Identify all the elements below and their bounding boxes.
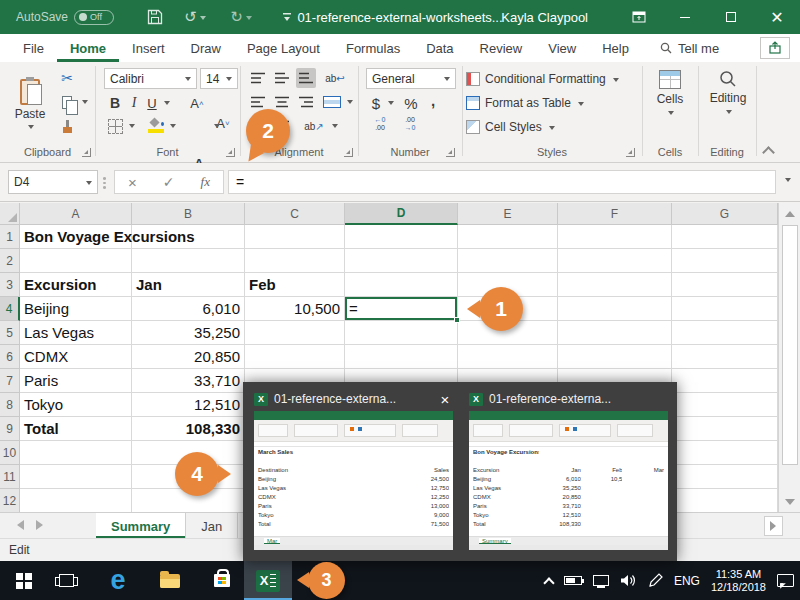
cut-button[interactable]: ✂ xyxy=(56,68,78,88)
row-header-3[interactable]: 3 xyxy=(0,273,20,297)
cell-C4[interactable]: 10,500 xyxy=(245,297,345,321)
increase-font-button[interactable]: A˄ xyxy=(186,93,208,113)
autosave-toggle[interactable]: AutoSave Off xyxy=(16,0,114,34)
cell-A12[interactable] xyxy=(20,489,132,512)
minimize-button[interactable] xyxy=(662,0,708,34)
merge-center-dropdown-icon[interactable] xyxy=(347,100,353,107)
task-view-button[interactable] xyxy=(52,561,80,600)
sheet-tab-jan[interactable]: Jan xyxy=(186,513,238,539)
next-sheet-button[interactable] xyxy=(36,520,48,530)
format-painter-button[interactable] xyxy=(56,116,78,136)
undo-button[interactable]: ↺ xyxy=(182,0,208,34)
accounting-format-button[interactable]: $ xyxy=(368,93,384,113)
cell-G7[interactable] xyxy=(672,369,778,393)
horizontal-scroll-right-button[interactable] xyxy=(764,516,783,536)
pen-icon[interactable] xyxy=(648,573,663,588)
row-header-1[interactable]: 1 xyxy=(0,225,20,249)
window-thumbnail[interactable]: March SalesDestinationSalesBeijing24,500… xyxy=(254,411,453,550)
fill-color-dropdown-icon[interactable] xyxy=(170,124,176,131)
preview-card-1[interactable]: X01-reference-externa...×March SalesDest… xyxy=(247,382,460,561)
name-box[interactable]: D4 xyxy=(8,170,98,194)
alignment-dialog-launcher[interactable] xyxy=(344,148,353,157)
tab-data[interactable]: Data xyxy=(413,34,466,62)
column-header-G[interactable]: G xyxy=(672,203,778,225)
ribbon-display-options-button[interactable] xyxy=(616,0,662,34)
cell-A3[interactable]: Excursion xyxy=(20,273,132,297)
preview-card-2[interactable]: X01-reference-externa...Bon Voyage Excur… xyxy=(462,382,675,561)
cell-G3[interactable] xyxy=(672,273,778,297)
window-thumbnail[interactable]: Bon Voyage ExcursionsExcursionJanFebMarB… xyxy=(469,411,668,550)
cell-G8[interactable] xyxy=(672,393,778,417)
tab-formulas[interactable]: Formulas xyxy=(333,34,413,62)
cell-F4[interactable] xyxy=(558,297,672,321)
collapse-ribbon-button[interactable] xyxy=(762,146,775,159)
share-button[interactable] xyxy=(760,37,790,59)
tab-file[interactable]: File xyxy=(10,34,57,62)
redo-button[interactable]: ↻ xyxy=(228,0,254,34)
row-header-4[interactable]: 4 xyxy=(0,297,20,321)
formula-bar-resizer[interactable] xyxy=(103,177,106,189)
insert-function-button[interactable]: fx xyxy=(201,174,210,190)
decrease-decimal-button[interactable]: .00 →0 xyxy=(398,116,422,132)
file-explorer-button[interactable] xyxy=(154,561,186,600)
cell-B3[interactable]: Jan xyxy=(132,273,245,297)
increase-decimal-button[interactable]: ←0 .00 xyxy=(368,116,392,132)
language-indicator[interactable]: ENG xyxy=(674,574,700,588)
cell-G10[interactable] xyxy=(672,441,778,465)
number-format-select[interactable]: General xyxy=(366,68,456,89)
row-header-7[interactable]: 7 xyxy=(0,369,20,393)
user-name[interactable]: Kayla Claypool xyxy=(501,0,588,34)
cell-A11[interactable] xyxy=(20,465,132,489)
close-button[interactable]: ✕ xyxy=(754,0,800,34)
cell-C6[interactable] xyxy=(245,345,345,369)
tab-help[interactable]: Help xyxy=(589,34,642,62)
store-button[interactable] xyxy=(206,561,238,600)
cell-A2[interactable] xyxy=(20,249,132,273)
clock[interactable]: 11:35 AM 12/18/2018 xyxy=(711,568,766,594)
align-center-button[interactable] xyxy=(272,92,292,112)
select-all-corner[interactable] xyxy=(0,203,20,225)
cell-A8[interactable]: Tokyo xyxy=(20,393,132,417)
scroll-down-button[interactable] xyxy=(781,493,799,511)
cell-G11[interactable] xyxy=(672,465,778,489)
tell-me-box[interactable]: Tell me xyxy=(660,34,719,62)
row-header-5[interactable]: 5 xyxy=(0,321,20,345)
cell-C5[interactable] xyxy=(245,321,345,345)
cell-D4[interactable]: = xyxy=(345,297,458,321)
conditional-formatting-button[interactable]: Conditional Formatting xyxy=(466,68,638,90)
tab-insert[interactable]: Insert xyxy=(119,34,178,62)
paste-dropdown-icon[interactable] xyxy=(28,125,34,132)
middle-align-button[interactable] xyxy=(272,68,292,88)
cell-E6[interactable] xyxy=(458,345,558,369)
cell-G6[interactable] xyxy=(672,345,778,369)
number-dialog-launcher[interactable] xyxy=(446,148,455,157)
cell-D1[interactable] xyxy=(345,225,458,249)
formula-input[interactable]: = xyxy=(228,170,776,194)
tab-draw[interactable]: Draw xyxy=(178,34,234,62)
enter-button[interactable]: ✓ xyxy=(163,174,175,190)
cell-G9[interactable] xyxy=(672,417,778,441)
borders-dropdown-icon[interactable] xyxy=(129,124,135,131)
clipboard-dialog-launcher[interactable] xyxy=(82,148,91,157)
fill-color-button[interactable] xyxy=(146,115,166,131)
network-icon[interactable] xyxy=(593,575,609,586)
cell-A6[interactable]: CDMX xyxy=(20,345,132,369)
customize-qat-button[interactable] xyxy=(274,0,300,34)
top-align-button[interactable] xyxy=(248,68,268,88)
font-name-select[interactable]: Calibri xyxy=(104,68,197,89)
sheet-tab-summary[interactable]: Summary xyxy=(96,513,186,539)
start-button[interactable] xyxy=(10,561,38,600)
format-as-table-button[interactable]: Format as Table xyxy=(466,92,638,114)
cell-B2[interactable] xyxy=(132,249,245,273)
underline-dropdown-icon[interactable] xyxy=(164,101,170,108)
align-right-button[interactable] xyxy=(296,92,316,112)
cell-B8[interactable]: 12,510 xyxy=(132,393,245,417)
cell-D3[interactable] xyxy=(345,273,458,297)
copy-button[interactable] xyxy=(56,92,78,112)
speaker-icon[interactable] xyxy=(620,574,637,587)
column-header-B[interactable]: B xyxy=(132,203,245,225)
cell-D6[interactable] xyxy=(345,345,458,369)
action-center-button[interactable] xyxy=(777,574,794,587)
cell-F2[interactable] xyxy=(558,249,672,273)
previous-sheet-button[interactable] xyxy=(12,520,24,530)
